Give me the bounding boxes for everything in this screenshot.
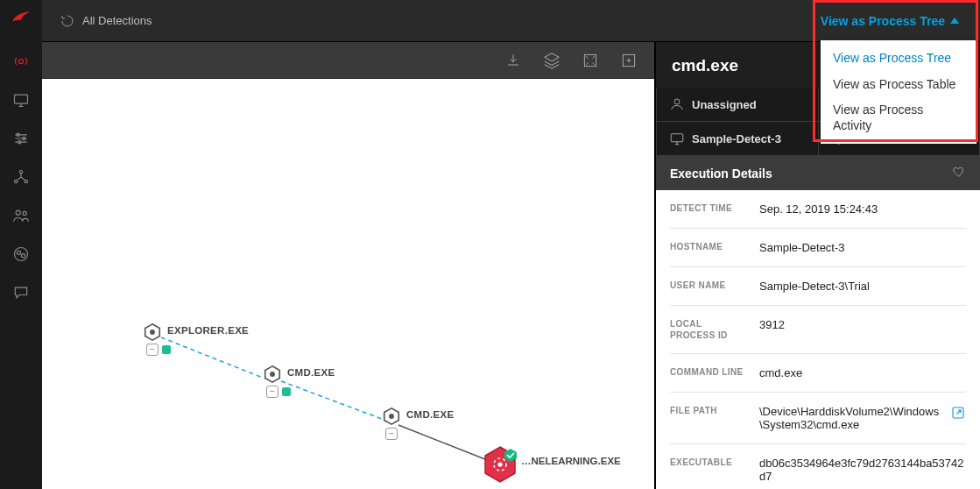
execution-details-header[interactable]: Execution Details [656, 156, 980, 190]
main-area: All Detections View as Process Tree [42, 0, 980, 489]
svg-point-10 [15, 248, 28, 261]
chevron-up-icon [950, 18, 959, 24]
add-panel-icon[interactable] [617, 49, 640, 72]
back-label: All Detections [82, 14, 152, 27]
svg-point-6 [15, 180, 18, 182]
brand-logo [9, 7, 33, 32]
process-node-sub: − [146, 344, 171, 356]
svg-rect-30 [671, 134, 683, 142]
rail-activity-icon[interactable] [0, 42, 42, 81]
download-icon[interactable] [502, 49, 525, 72]
svg-point-28 [674, 99, 680, 104]
assign-label: Unassigned [692, 98, 757, 111]
rail-chat-icon[interactable] [0, 273, 42, 312]
field-local-pid: Local Process ID 3912 [670, 306, 966, 354]
dropdown-option-process-table[interactable]: View as Process Table [821, 72, 976, 98]
host-pill[interactable]: Sample-Detect-3 [656, 122, 819, 156]
process-tree-canvas[interactable]: EXPLORER.EXE − CMD.EXE − [42, 79, 654, 489]
dropdown-option-process-activity[interactable]: View as Process Activity [821, 97, 976, 138]
field-file-path: File Path \Device\HarddiskVolume2\Window… [670, 393, 966, 444]
user-icon [669, 96, 685, 112]
collapse-icon[interactable]: − [385, 428, 398, 440]
hexagon-icon [263, 365, 282, 384]
canvas-toolbar [42, 42, 654, 79]
assign-pill[interactable]: Unassigned [656, 88, 819, 122]
monitor-icon [669, 131, 685, 146]
field-user-name: User Name Sample-Detect-3\Trial [670, 267, 966, 306]
process-node-label: EXPLORER.EXE [167, 325, 249, 336]
layers-icon[interactable] [540, 49, 563, 72]
svg-point-23 [389, 414, 394, 419]
process-node-sub: − [385, 428, 398, 440]
process-node-sub: − [266, 386, 291, 398]
svg-line-16 [281, 381, 382, 419]
heart-icon[interactable] [952, 165, 966, 181]
back-all-detections-button[interactable]: All Detections [53, 8, 159, 34]
expand-icon[interactable] [579, 49, 602, 72]
rail-users-icon[interactable] [0, 196, 42, 235]
svg-line-15 [161, 337, 263, 378]
hexagon-icon [382, 407, 401, 426]
hexagon-icon [143, 322, 162, 342]
status-dot-icon [282, 387, 291, 396]
rail-graph-icon[interactable] [0, 158, 42, 196]
left-rail [0, 0, 42, 489]
execution-details-body: Detect Time Sep. 12, 2019 15:24:43 Hostn… [656, 190, 980, 489]
process-node-label: CMD.EXE [287, 367, 335, 378]
svg-point-5 [19, 171, 22, 174]
svg-line-17 [398, 425, 494, 463]
collapse-icon[interactable]: − [146, 344, 159, 356]
process-node-threat[interactable]: …NELEARNING.EXE [483, 445, 518, 487]
rail-monitor-icon[interactable] [0, 81, 42, 119]
rail-sliders-icon[interactable] [0, 119, 42, 158]
collapse-icon[interactable]: − [266, 386, 278, 398]
rail-integrations-icon[interactable] [0, 235, 42, 273]
field-executable: Executable db06c3534964e3fc79d2763144ba5… [670, 444, 966, 489]
field-detect-time: Detect Time Sep. 12, 2019 15:24:43 [670, 190, 966, 229]
svg-point-12 [21, 254, 25, 258]
svg-point-7 [25, 180, 27, 182]
view-selector-label: View as Process Tree [821, 14, 945, 28]
process-node-cmd-1[interactable]: CMD.EXE − [263, 365, 282, 387]
top-header: All Detections View as Process Tree [42, 0, 980, 42]
process-node-label: …NELEARNING.EXE [521, 456, 621, 466]
view-as-selector[interactable]: View as Process Tree [815, 11, 964, 32]
status-dot-icon [162, 345, 171, 354]
process-node-label: CMD.EXE [406, 409, 455, 420]
field-hostname: Hostname Sample-Detect-3 [670, 229, 966, 267]
process-node-explorer[interactable]: EXPLORER.EXE − [143, 322, 162, 345]
dropdown-option-process-tree[interactable]: View as Process Tree [821, 46, 976, 72]
svg-rect-1 [15, 95, 28, 103]
field-command-line: Command Line cmd.exe [670, 354, 966, 393]
svg-point-19 [150, 330, 155, 335]
host-label: Sample-Detect-3 [692, 132, 781, 145]
svg-point-9 [23, 211, 26, 215]
svg-point-0 [19, 60, 24, 64]
svg-point-11 [17, 251, 20, 254]
svg-point-26 [497, 462, 502, 466]
process-node-cmd-2[interactable]: CMD.EXE − [382, 407, 401, 429]
external-link-icon[interactable] [950, 405, 966, 424]
section-title: Execution Details [670, 167, 772, 181]
svg-point-21 [270, 372, 275, 377]
canvas-column: EXPLORER.EXE − CMD.EXE − [42, 42, 655, 489]
threat-hexagon-icon [483, 445, 518, 484]
view-as-dropdown: View as Process Tree View as Process Tab… [821, 40, 976, 144]
svg-point-8 [16, 210, 20, 215]
tree-edges [42, 79, 654, 489]
